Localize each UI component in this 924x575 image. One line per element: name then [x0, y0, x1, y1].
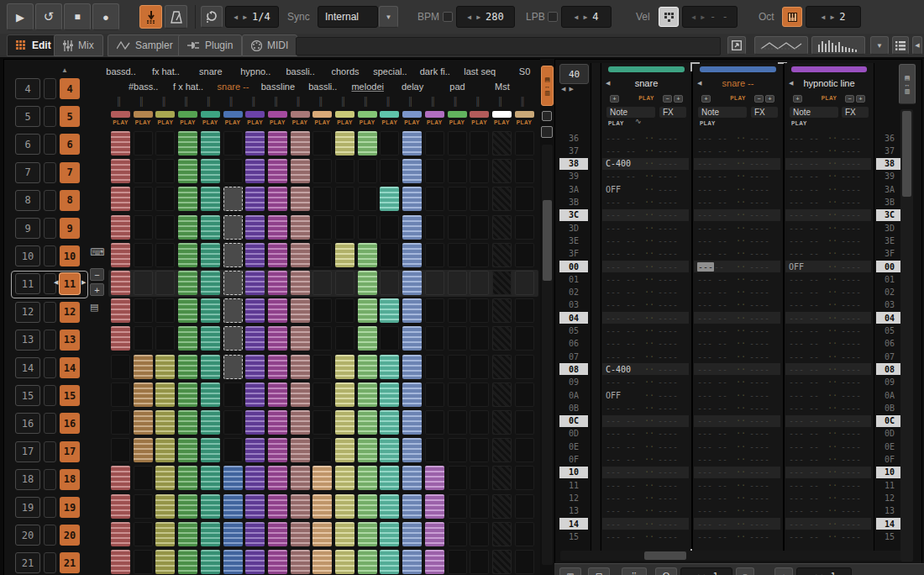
- matrix-cell-filled[interactable]: [358, 326, 377, 351]
- matrix-cell-filled[interactable]: [335, 131, 354, 156]
- fx-cell[interactable]: ----: [749, 506, 769, 515]
- matrix-cell-empty[interactable]: [425, 271, 444, 295]
- fx-cell[interactable]: ----: [658, 326, 678, 335]
- fx-cell[interactable]: ----: [841, 493, 861, 503]
- pattern-row[interactable]: --- --··----: [694, 530, 780, 542]
- sequence-mute-box[interactable]: [44, 245, 56, 266]
- matrix-cell-filled[interactable]: [312, 550, 332, 574]
- pattern-row[interactable]: --- --··----: [694, 454, 780, 466]
- empty-note-cell[interactable]: --- --: [789, 481, 827, 490]
- empty-note-cell[interactable]: --- --: [606, 416, 644, 425]
- matrix-cell-filled[interactable]: [178, 215, 197, 240]
- matrix-cell-empty[interactable]: [312, 438, 332, 462]
- sequence-number-box[interactable]: 21: [15, 552, 40, 573]
- matrix-cell-filled[interactable]: [201, 494, 220, 519]
- matrix-cell-empty[interactable]: [223, 131, 243, 156]
- fx-cell[interactable]: ----: [658, 416, 678, 425]
- matrix-cell-empty[interactable]: [134, 243, 153, 267]
- empty-note-cell[interactable]: --- --: [606, 262, 644, 272]
- track-play-label[interactable]: PLAY: [514, 119, 535, 125]
- matrix-cell-filled[interactable]: [402, 410, 422, 435]
- note-column-header[interactable]: Note: [790, 107, 838, 118]
- volume-cell[interactable]: ··: [644, 442, 658, 451]
- matrix-cell-filled[interactable]: [178, 522, 197, 546]
- track-volume-slider[interactable]: ║: [475, 97, 481, 106]
- matrix-cell-hatched[interactable]: [492, 382, 512, 407]
- pattern-row[interactable]: --- --··----: [785, 440, 871, 452]
- volume-cell[interactable]: ··: [644, 429, 658, 438]
- empty-note-cell[interactable]: --- --: [697, 520, 736, 529]
- empty-note-cell[interactable]: --- --: [697, 506, 736, 515]
- fx-cell[interactable]: ----: [841, 146, 861, 156]
- note-cell[interactable]: C-400: [606, 159, 644, 168]
- matrix-cell-selected[interactable]: [223, 271, 243, 295]
- matrix-cell-empty[interactable]: [425, 355, 444, 379]
- empty-note-cell[interactable]: --- --: [606, 224, 644, 233]
- matrix-cell-empty[interactable]: [155, 159, 175, 183]
- volume-cell[interactable]: ··: [644, 352, 658, 361]
- fx-cell[interactable]: ----: [658, 467, 678, 477]
- step-right-arrow[interactable]: ▶: [243, 13, 247, 21]
- matrix-cell-empty[interactable]: [134, 159, 153, 183]
- fx-cell[interactable]: ----: [841, 185, 861, 194]
- sequence-number-box[interactable]: 6: [15, 134, 40, 155]
- pattern-row[interactable]: --- --··----: [785, 428, 871, 440]
- fx-cell[interactable]: ----: [749, 198, 769, 207]
- matrix-cell-filled[interactable]: [291, 466, 310, 490]
- fx-cell[interactable]: ----: [749, 365, 769, 374]
- bpm-stepper[interactable]: ◀▶ 280: [456, 6, 515, 28]
- track-volume-slider[interactable]: ║: [385, 97, 391, 106]
- volume-cell[interactable]: ··: [736, 429, 749, 438]
- matrix-cell-filled[interactable]: [245, 382, 265, 407]
- pattern-row[interactable]: --- --··----: [694, 505, 780, 517]
- matrix-cell-filled[interactable]: [335, 355, 354, 379]
- matrix-track-name[interactable]: bassline: [254, 82, 302, 92]
- empty-note-cell[interactable]: --- --: [606, 467, 644, 477]
- volume-cell[interactable]: ··: [827, 391, 841, 400]
- matrix-cell-filled[interactable]: [358, 494, 377, 519]
- fx-cell[interactable]: ----: [749, 481, 769, 490]
- matrix-cell-filled[interactable]: [268, 466, 287, 490]
- pattern-row[interactable]: --- --··----: [602, 209, 689, 221]
- track-play-label[interactable]: PLAY: [357, 119, 378, 125]
- matrix-cell-empty[interactable]: [312, 355, 332, 379]
- matrix-cell-filled[interactable]: [178, 466, 197, 490]
- empty-note-cell[interactable]: --- --: [697, 275, 736, 284]
- matrix-cell-empty[interactable]: [335, 298, 354, 323]
- matrix-cell-filled[interactable]: [201, 410, 220, 435]
- matrix-cell-filled[interactable]: [201, 382, 220, 407]
- fx-cell[interactable]: ----: [658, 171, 678, 181]
- sequence-mute-box[interactable]: [44, 385, 56, 406]
- note-cell[interactable]: C-400: [606, 365, 644, 374]
- fx-cell[interactable]: ----: [841, 288, 861, 297]
- sequence-slot-button[interactable]: 8: [60, 190, 80, 211]
- pattern-row[interactable]: --- --··----: [602, 261, 689, 272]
- fx-cell[interactable]: ----: [749, 493, 769, 503]
- empty-note-cell[interactable]: --- --: [789, 455, 827, 464]
- track-volume-slider[interactable]: ║: [318, 97, 324, 106]
- matrix-cell-filled[interactable]: [245, 355, 265, 379]
- volume-cell[interactable]: ··: [736, 314, 749, 323]
- fx-cell[interactable]: ----: [749, 249, 769, 258]
- matrix-cell-empty[interactable]: [425, 243, 444, 267]
- sequence-number-box[interactable]: 10: [15, 245, 40, 266]
- matrix-cell-filled[interactable]: [178, 271, 197, 295]
- matrix-cell-empty[interactable]: [155, 131, 175, 156]
- matrix-cell-empty[interactable]: [448, 159, 467, 183]
- matrix-cell-filled[interactable]: [268, 159, 287, 183]
- fx-cell[interactable]: ----: [658, 134, 678, 143]
- matrix-cell-filled[interactable]: [335, 494, 354, 519]
- matrix-cell-empty[interactable]: [312, 131, 332, 156]
- pattern-row[interactable]: --- --··----: [602, 312, 689, 324]
- fx-cell[interactable]: ----: [841, 249, 861, 258]
- matrix-cell-empty[interactable]: [470, 159, 489, 183]
- matrix-cell-empty[interactable]: [515, 438, 534, 462]
- vel-left-arrow[interactable]: ◀: [691, 13, 696, 21]
- track-volume-slider[interactable]: ║: [160, 97, 167, 106]
- editor-horizontal-scrollbar[interactable]: [560, 551, 903, 561]
- matrix-cell-filled[interactable]: [335, 243, 354, 267]
- matrix-cell-empty[interactable]: [425, 131, 444, 156]
- matrix-cell-filled[interactable]: [358, 410, 377, 435]
- empty-note-cell[interactable]: --- --: [789, 365, 827, 374]
- pattern-row[interactable]: --- --··----: [785, 222, 871, 234]
